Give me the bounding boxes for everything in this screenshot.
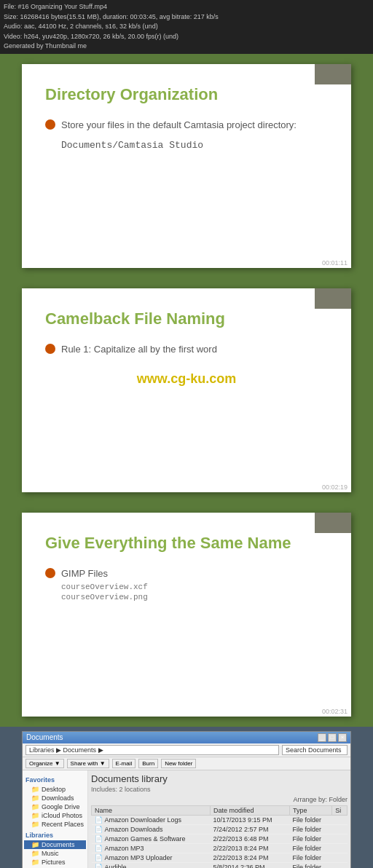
file-date: 10/17/2013 9:15 PM [210, 815, 289, 824]
slide1-timestamp: 00:01:11 [322, 259, 348, 267]
nav-item-recent[interactable]: 📁 Recent Places [24, 820, 86, 829]
table-row[interactable]: 📄Audible5/8/2014 2:36 PMFile folder [92, 862, 348, 868]
slide2-content: Rule 1: Capitalize all by the first word [45, 342, 328, 357]
file-date: 2/22/2013 8:24 PM [210, 843, 289, 853]
file-size [332, 815, 348, 824]
slide3-code2: courseOverview.png [61, 593, 148, 601]
slide1-content: Store your files in the default Camtasia… [45, 118, 328, 151]
file-type: File folder [289, 815, 331, 824]
explorer-titlebar: Documents _ □ × [23, 732, 350, 743]
table-row[interactable]: 📄Amazon Downloads7/24/2012 2:57 PMFile f… [92, 824, 348, 834]
slide3-title: Give Everything the Same Name [45, 533, 328, 554]
minimize-button[interactable]: _ [318, 733, 326, 742]
organize-button[interactable]: Organize ▼ [25, 759, 64, 768]
nav-item-google-drive[interactable]: 📁 Google Drive [24, 802, 86, 811]
file-date: 2/22/2013 6:48 PM [210, 834, 289, 843]
slide1: Directory Organization Store your files … [22, 64, 351, 268]
info-line-1: File: #16 Organizing Your Stuff.mp4 [4, 2, 369, 12]
slide1-title: Directory Organization [45, 84, 328, 106]
folder-icon-pictures: 📁 [31, 859, 39, 866]
file-type: File folder [289, 862, 331, 868]
file-date: 5/8/2014 2:36 PM [210, 862, 289, 868]
arrange-by-label: Arrange by: Folder [293, 796, 348, 803]
slide1-bullet1: Store your files in the default Camtasia… [45, 118, 328, 133]
nav-item-documents[interactable]: 📁 Documents [24, 840, 86, 849]
email-button[interactable]: E-mail [112, 759, 136, 768]
maximize-button[interactable]: □ [328, 733, 337, 742]
file-type: File folder [289, 843, 331, 853]
explorer-body: Favorites 📁 Desktop 📁 Downloads 📁 Google… [23, 770, 350, 869]
slide1-path: Documents/Camtasia Studio [61, 140, 328, 151]
slide3-bullet1-text: GIMP Files [61, 567, 148, 581]
slide2-watermark: www.cg-ku.com [45, 364, 328, 390]
slide2: Camelback File Naming Rule 1: Capitalize… [22, 288, 351, 492]
new-folder-button[interactable]: New folder [161, 759, 196, 768]
file-name: 📄Audible [92, 862, 211, 868]
table-row[interactable]: 📄Amazon Games & Software2/22/2013 6:48 P… [92, 834, 348, 843]
file-type: File folder [289, 834, 331, 843]
slide3-timestamp: 00:02:31 [322, 708, 348, 715]
folder-icon-music: 📁 [31, 850, 39, 857]
folder-icon-downloads: 📁 [31, 794, 39, 802]
file-type: File folder [289, 853, 331, 862]
file-date: 2/22/2013 8:24 PM [210, 853, 289, 862]
nav-item-music[interactable]: 📁 Music [24, 849, 86, 858]
burn-button[interactable]: Burn [138, 759, 158, 768]
slide1-wrapper: Directory Organization Store your files … [0, 54, 373, 278]
share-button[interactable]: Share with ▼ [67, 759, 109, 768]
info-line-4: Video: h264, yuv420p, 1280x720, 26 kb/s,… [4, 32, 369, 42]
nav-libraries-title: Libraries [24, 832, 86, 839]
file-name: 📄Amazon MP3 [92, 843, 211, 853]
slide2-bullet1: Rule 1: Capitalize all by the first word [45, 342, 328, 357]
bullet-dot-2 [45, 344, 55, 354]
explorer-controls: _ □ × [318, 733, 347, 742]
file-table-header: Name Date modified Type Si [92, 805, 348, 815]
nav-item-pictures[interactable]: 📁 Pictures [24, 858, 86, 867]
file-size [332, 843, 348, 853]
slide2-title: Camelback File Naming [45, 309, 328, 330]
content-pane: Documents library Includes: 2 locations … [88, 770, 350, 869]
file-size [332, 824, 348, 834]
table-row[interactable]: 📄Amazon MP3 Uploader2/22/2013 8:24 PMFil… [92, 853, 348, 862]
explorer-title: Documents [26, 733, 63, 741]
explorer-section: Documents _ □ × Libraries ▶ Documents ▶ … [0, 727, 373, 869]
arrange-bar: Arrange by: Folder [91, 796, 348, 803]
info-line-3: Audio: aac, 44100 Hz, 2 channels, s16, 3… [4, 22, 369, 32]
slide2-timestamp: 00:02:19 [322, 484, 348, 491]
file-date: 7/24/2012 2:57 PM [210, 824, 289, 834]
slide1-bullet1-text: Store your files in the default Camtasia… [61, 118, 297, 133]
col-size[interactable]: Si [332, 805, 348, 815]
nav-pane: Favorites 📁 Desktop 📁 Downloads 📁 Google… [23, 770, 88, 869]
nav-item-downloads[interactable]: 📁 Downloads [24, 794, 86, 802]
col-name[interactable]: Name [92, 805, 211, 815]
table-row[interactable]: 📄Amazon Downloader Logs10/17/2013 9:15 P… [92, 815, 348, 824]
breadcrumb-text: Libraries ▶ Documents ▶ [29, 746, 103, 754]
folder-icon-gdrive: 📁 [31, 803, 39, 810]
nav-favorites-title: Favorites [24, 776, 86, 784]
slide2-bullet1-text: Rule 1: Capitalize all by the first word [61, 342, 217, 357]
explorer-window: Documents _ □ × Libraries ▶ Documents ▶ … [22, 731, 351, 869]
folder-icon-desktop: 📁 [31, 786, 39, 793]
info-bar: File: #16 Organizing Your Stuff.mp4 Size… [0, 0, 373, 54]
search-bar[interactable]: Search Documents [282, 745, 348, 755]
explorer-toolbar: Libraries ▶ Documents ▶ Search Documents [23, 743, 350, 757]
bullet-dot-3 [45, 568, 55, 578]
folder-icon-documents: 📁 [31, 841, 39, 848]
folder-icon-icloud: 📁 [31, 812, 39, 819]
folder-icon-recent: 📁 [31, 821, 39, 828]
info-line-2: Size: 16268416 bytes(15.51 MB), duration… [4, 12, 369, 23]
file-size [332, 862, 348, 868]
close-button[interactable]: × [338, 733, 347, 742]
library-subtitle: Includes: 2 locations [91, 786, 348, 793]
file-name: 📄Amazon Downloads [92, 824, 211, 834]
nav-item-desktop[interactable]: 📁 Desktop [24, 785, 86, 794]
file-name: 📄Amazon Downloader Logs [92, 815, 211, 824]
file-table: Name Date modified Type Si 📄Amazon Downl… [91, 805, 348, 869]
table-row[interactable]: 📄Amazon MP32/22/2013 8:24 PMFile folder [92, 843, 348, 853]
file-name: 📄Amazon MP3 Uploader [92, 853, 211, 862]
nav-item-icloud[interactable]: 📁 iCloud Photos [24, 811, 86, 820]
col-type[interactable]: Type [289, 805, 331, 815]
col-date[interactable]: Date modified [210, 805, 289, 815]
file-type: File folder [289, 824, 331, 834]
breadcrumb-bar: Libraries ▶ Documents ▶ [25, 745, 279, 755]
